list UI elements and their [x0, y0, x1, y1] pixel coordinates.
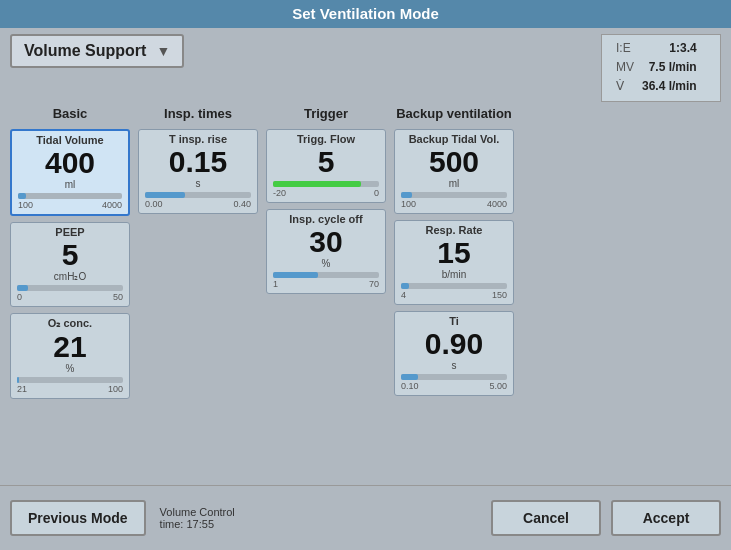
param-card-basic-1[interactable]: PEEP5cmH₂O050	[10, 222, 130, 307]
param-value-trigger-1: 30	[273, 225, 379, 258]
param-card-backup-1[interactable]: Resp. Rate15b/min4150	[394, 220, 514, 305]
title-text: Set Ventilation Mode	[292, 5, 439, 22]
cancel-button[interactable]: Cancel	[491, 500, 601, 536]
param-group-label-basic: Basic	[10, 106, 130, 121]
param-value-basic-2: 21	[17, 330, 123, 363]
param-card-basic-2[interactable]: O₂ conc.21%21100	[10, 313, 130, 399]
param-card-basic-0[interactable]: Tidal Volume400ml1004000	[10, 129, 130, 216]
param-card-backup-2[interactable]: Ti0.90s0.105.00	[394, 311, 514, 396]
range-labels-basic-2: 21100	[17, 384, 123, 394]
range-labels-basic-1: 050	[17, 292, 123, 302]
bottom-bar: Previous Mode Volume Control time: 17:55…	[0, 485, 731, 550]
range-bar-fill-basic-0	[18, 193, 26, 199]
accept-button[interactable]: Accept	[611, 500, 721, 536]
param-group-label-insp: Insp. times	[138, 106, 258, 121]
prev-mode-time: time: 17:55	[160, 518, 235, 530]
range-bar-fill-insp-0	[145, 192, 185, 198]
range-labels-trigger-1: 170	[273, 279, 379, 289]
range-bar-container-backup-0	[401, 192, 507, 198]
top-section: Volume Support ▼ I:E 1:3.4 MV 7.5 l/min …	[0, 28, 731, 106]
param-value-basic-0: 400	[18, 146, 122, 179]
param-unit-backup-1: b/min	[401, 269, 507, 280]
range-bar-fill-backup-1	[401, 283, 409, 289]
range-bar-container-insp-0	[145, 192, 251, 198]
mv-value: 7.5 l/min	[638, 58, 701, 77]
prev-mode-name: Volume Control	[160, 506, 235, 518]
range-bar-fill-trigger-1	[273, 272, 318, 278]
ie-label: I:E	[612, 39, 638, 58]
range-bar-container-basic-1	[17, 285, 123, 291]
vdot-label: V̇	[612, 77, 638, 96]
range-labels-backup-0: 1004000	[401, 199, 507, 209]
params-section: BasicTidal Volume400ml1004000PEEP5cmH₂O0…	[0, 106, 731, 485]
mode-label: Volume Support	[24, 42, 146, 60]
param-value-backup-0: 500	[401, 145, 507, 178]
range-bar-container-backup-2	[401, 374, 507, 380]
param-value-insp-0: 0.15	[145, 145, 251, 178]
param-card-insp-0[interactable]: T insp. rise0.15s0.000.40	[138, 129, 258, 214]
param-name-backup-2: Ti	[401, 315, 507, 327]
range-bar-container-basic-2	[17, 377, 123, 383]
previous-mode-button[interactable]: Previous Mode	[10, 500, 146, 536]
param-unit-backup-2: s	[401, 360, 507, 371]
param-name-basic-0: Tidal Volume	[18, 134, 122, 146]
param-card-backup-0[interactable]: Backup Tidal Vol.500ml1004000	[394, 129, 514, 214]
param-group-backup: Backup ventilationBackup Tidal Vol.500ml…	[394, 106, 514, 485]
range-bar-container-trigger-1	[273, 272, 379, 278]
range-bar-fill-backup-0	[401, 192, 412, 198]
range-bar-container-basic-0	[18, 193, 122, 199]
title-bar: Set Ventilation Mode	[0, 0, 731, 28]
param-unit-trigger-1: %	[273, 258, 379, 269]
param-value-trigger-0: 5	[273, 145, 379, 178]
range-bar-container-backup-1	[401, 283, 507, 289]
param-group-label-trigger: Trigger	[266, 106, 386, 121]
range-labels-basic-0: 1004000	[18, 200, 122, 210]
range-labels-insp-0: 0.000.40	[145, 199, 251, 209]
vdot-value: 36.4 l/min	[638, 77, 701, 96]
range-bar-fill-backup-2	[401, 374, 418, 380]
range-bar-fill-trigger-0	[273, 181, 361, 187]
mode-selector[interactable]: Volume Support ▼	[10, 34, 184, 68]
param-name-backup-1: Resp. Rate	[401, 224, 507, 236]
param-unit-basic-1: cmH₂O	[17, 271, 123, 282]
range-bar-fill-basic-2	[17, 377, 19, 383]
range-bar-fill-basic-1	[17, 285, 28, 291]
param-group-trigger: TriggerTrigg. Flow5-200Insp. cycle off30…	[266, 106, 386, 485]
range-bar-container-trigger-0	[273, 181, 379, 187]
param-name-trigger-0: Trigg. Flow	[273, 133, 379, 145]
param-name-backup-0: Backup Tidal Vol.	[401, 133, 507, 145]
ie-value: 1:3.4	[638, 39, 701, 58]
mv-label: MV	[612, 58, 638, 77]
param-name-trigger-1: Insp. cycle off	[273, 213, 379, 225]
param-group-basic: BasicTidal Volume400ml1004000PEEP5cmH₂O0…	[10, 106, 130, 485]
param-group-insp: Insp. timesT insp. rise0.15s0.000.40	[138, 106, 258, 485]
info-panel: I:E 1:3.4 MV 7.5 l/min V̇ 36.4 l/min	[601, 34, 721, 102]
param-name-basic-1: PEEP	[17, 226, 123, 238]
param-unit-insp-0: s	[145, 178, 251, 189]
param-value-backup-2: 0.90	[401, 327, 507, 360]
param-name-insp-0: T insp. rise	[145, 133, 251, 145]
param-value-backup-1: 15	[401, 236, 507, 269]
prev-mode-info: Volume Control time: 17:55	[160, 506, 235, 530]
chevron-down-icon: ▼	[156, 43, 170, 59]
range-labels-trigger-0: -200	[273, 188, 379, 198]
param-unit-basic-0: ml	[18, 179, 122, 190]
param-value-basic-1: 5	[17, 238, 123, 271]
param-card-trigger-1[interactable]: Insp. cycle off30%170	[266, 209, 386, 294]
range-labels-backup-2: 0.105.00	[401, 381, 507, 391]
range-labels-backup-1: 4150	[401, 290, 507, 300]
param-card-trigger-0[interactable]: Trigg. Flow5-200	[266, 129, 386, 203]
param-group-label-backup: Backup ventilation	[394, 106, 514, 121]
param-name-basic-2: O₂ conc.	[17, 317, 123, 330]
param-unit-basic-2: %	[17, 363, 123, 374]
param-unit-backup-0: ml	[401, 178, 507, 189]
main-content: Volume Support ▼ I:E 1:3.4 MV 7.5 l/min …	[0, 28, 731, 550]
